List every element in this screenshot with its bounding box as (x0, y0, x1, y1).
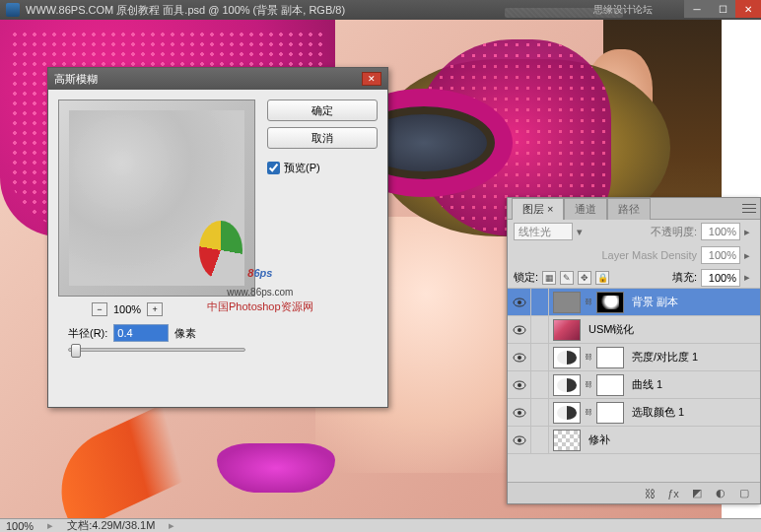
link-icon[interactable]: ⛓ (585, 402, 592, 424)
layers-panel-footer: ⛓ ƒx ◩ ◐ ▢ (508, 482, 760, 503)
layer-row[interactable]: 修补 (508, 427, 760, 454)
layer-thumbnail[interactable] (553, 319, 581, 341)
zoom-out-button[interactable]: − (92, 302, 107, 316)
close-button[interactable]: ✕ (735, 0, 761, 18)
new-adjustment-icon[interactable]: ◐ (713, 487, 728, 500)
document-title: WWW.86PS.COM 原创教程 面具.psd @ 100% (背景 副本, … (26, 3, 345, 18)
visibility-toggle[interactable] (508, 316, 531, 344)
visibility-toggle[interactable] (508, 399, 531, 427)
preview-checkbox[interactable] (267, 162, 280, 174)
zoom-level: 100% (113, 303, 141, 315)
layer-thumbnail[interactable] (553, 292, 581, 313)
lock-pixels-icon[interactable]: ✎ (560, 271, 574, 285)
layer-row[interactable]: ⛓ 背景 副本 (508, 289, 760, 316)
visibility-toggle[interactable] (508, 427, 531, 454)
doc-size-label: 文档: (67, 519, 92, 531)
lock-fill-row: 锁定: ▦ ✎ ✥ 🔒 填充: 100% ▸ (508, 267, 760, 289)
status-bar: 100% ▸ 文档:4.29M/38.1M ▸ (0, 518, 761, 532)
svg-point-11 (518, 438, 521, 442)
opacity-flyout-icon[interactable]: ▸ (744, 226, 754, 238)
lock-position-icon[interactable]: ✥ (578, 271, 591, 285)
visibility-toggle[interactable] (508, 289, 531, 316)
window-controls: ─ ☐ ✕ (684, 0, 761, 18)
svg-point-1 (518, 300, 521, 304)
visibility-toggle[interactable] (508, 344, 531, 371)
mask-density-row: Layer Mask Density 100% ▸ (508, 243, 760, 267)
mask-density-input[interactable]: 100% (701, 246, 740, 264)
maximize-button[interactable]: ☐ (710, 0, 735, 18)
chevron-right-icon[interactable]: ▸ (169, 519, 174, 532)
lock-transparency-icon[interactable]: ▦ (542, 271, 556, 285)
layers-list: ⛓ 背景 副本 USM锐化 ⛓ 亮度/对比度 1 ⛓ 曲线 1 (508, 289, 760, 482)
radius-unit: 像素 (174, 326, 196, 341)
tab-paths[interactable]: 路径 (607, 198, 651, 220)
lock-all-icon[interactable]: 🔒 (595, 271, 609, 285)
layer-row[interactable]: ⛓ 曲线 1 (508, 371, 760, 399)
layer-style-icon[interactable]: ƒx (665, 487, 681, 500)
dialog-close-button[interactable]: ✕ (362, 72, 381, 86)
mask-thumbnail[interactable] (596, 292, 624, 313)
opacity-input[interactable]: 100% (701, 223, 740, 240)
fill-label: 填充: (672, 270, 697, 285)
add-mask-icon[interactable]: ◩ (689, 487, 705, 500)
lock-label: 锁定: (514, 270, 538, 285)
zoom-in-button[interactable]: + (147, 302, 163, 316)
filter-preview[interactable] (58, 100, 255, 297)
gaussian-blur-dialog: 高斯模糊 ✕ − 100% + 半径(R): 像素 确定 取消 (47, 67, 388, 408)
radius-label: 半径(R): (68, 326, 107, 341)
svg-point-3 (518, 328, 521, 332)
radius-slider[interactable] (68, 348, 245, 352)
layer-row[interactable]: USM锐化 (508, 316, 760, 344)
layer-name[interactable]: 曲线 1 (628, 377, 760, 392)
svg-point-5 (518, 356, 521, 360)
tab-channels[interactable]: 通道 (564, 198, 607, 220)
layer-row[interactable]: ⛓ 选取颜色 1 (508, 399, 760, 427)
layer-thumbnail[interactable] (553, 430, 581, 451)
preview-checkbox-row[interactable]: 预览(P) (267, 161, 378, 175)
adjustment-icon[interactable] (553, 374, 581, 396)
panel-menu-button[interactable] (742, 202, 756, 214)
mask-thumbnail[interactable] (596, 347, 624, 368)
app-icon (6, 3, 20, 17)
fill-input[interactable]: 100% (701, 269, 740, 287)
layer-row[interactable]: ⛓ 亮度/对比度 1 (508, 344, 760, 371)
fill-flyout-icon[interactable]: ▸ (744, 271, 754, 284)
radius-input[interactable] (113, 324, 169, 342)
layer-name[interactable]: 亮度/对比度 1 (628, 350, 760, 365)
link-layers-icon[interactable]: ⛓ (642, 487, 657, 500)
slider-thumb[interactable] (71, 344, 81, 358)
link-icon[interactable]: ⛓ (585, 374, 592, 396)
visibility-toggle[interactable] (508, 371, 531, 399)
blend-opacity-row: 线性光 ▾ 不透明度: 100% ▸ (508, 220, 760, 243)
blend-mode-select[interactable]: 线性光 (514, 223, 573, 240)
link-icon[interactable]: ⛓ (585, 347, 592, 368)
minimize-button[interactable]: ─ (684, 0, 710, 18)
image-lips (217, 443, 335, 493)
svg-point-9 (518, 411, 521, 415)
status-zoom[interactable]: 100% (6, 520, 34, 532)
mask-density-label: Layer Mask Density (601, 249, 697, 261)
chevron-right-icon[interactable]: ▸ (47, 519, 53, 532)
layer-name[interactable]: 选取颜色 1 (628, 405, 760, 420)
cancel-button[interactable]: 取消 (267, 127, 378, 149)
mask-thumbnail[interactable] (596, 374, 624, 396)
dialog-title-text: 高斯模糊 (54, 72, 98, 87)
link-icon[interactable]: ⛓ (585, 292, 592, 313)
chevron-down-icon[interactable]: ▾ (577, 226, 587, 238)
dialog-titlebar[interactable]: 高斯模糊 ✕ (48, 68, 387, 90)
tab-layers[interactable]: 图层 × (512, 198, 564, 220)
mask-thumbnail[interactable] (596, 402, 624, 424)
layer-name[interactable]: 背景 副本 (628, 295, 760, 309)
url-watermark (505, 8, 623, 18)
layer-name[interactable]: 修补 (585, 432, 760, 447)
opacity-label: 不透明度: (651, 225, 697, 239)
doc-size-value: 4.29M/38.1M (92, 519, 155, 531)
layers-panel: 图层 × 通道 路径 线性光 ▾ 不透明度: 100% ▸ Layer Mask… (507, 197, 761, 504)
adjustment-icon[interactable] (553, 347, 581, 368)
mask-density-flyout-icon[interactable]: ▸ (744, 249, 754, 262)
new-group-icon[interactable]: ▢ (736, 487, 752, 500)
adjustment-icon[interactable] (553, 402, 581, 424)
panel-tabs: 图层 × 通道 路径 (508, 198, 760, 220)
layer-name[interactable]: USM锐化 (585, 322, 760, 337)
ok-button[interactable]: 确定 (267, 100, 378, 121)
